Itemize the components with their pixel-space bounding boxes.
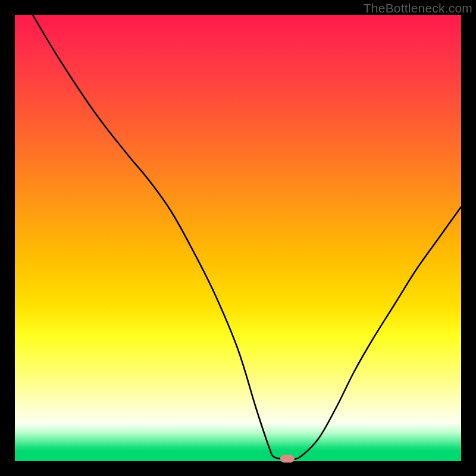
chart-container: TheBottleneck.com bbox=[0, 0, 476, 476]
watermark-text: TheBottleneck.com bbox=[364, 1, 472, 15]
optimal-point-marker bbox=[280, 455, 295, 463]
plot-area bbox=[15, 15, 461, 461]
bottleneck-curve bbox=[15, 15, 461, 461]
